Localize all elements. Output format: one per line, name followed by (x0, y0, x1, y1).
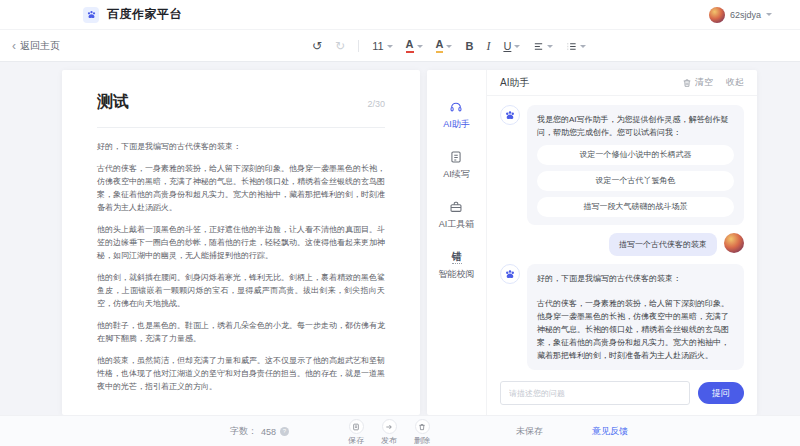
tab-ai-continue-writing[interactable]: AI续写 (443, 150, 470, 181)
collapse-panel-button[interactable]: 收起 (726, 76, 744, 89)
collapse-label: 收起 (726, 76, 744, 89)
tab-ai-toolbox[interactable]: AI工具箱 (439, 200, 475, 231)
undo-button[interactable]: ↺ (312, 40, 322, 52)
ai-reply-body: 古代的侠客，一身素雅的装扮，给人留下深刻的印象。他身穿一袭墨黑色的长袍，仿佛夜空… (537, 297, 734, 362)
toolbar-divider (358, 40, 359, 52)
username: 62sjdya (730, 10, 761, 20)
clear-chat-button[interactable]: 清空 (682, 76, 713, 89)
user-message: 描写一个古代侠客的装束 (500, 233, 744, 256)
menu-bar: ‹ 返回主页 ↺ ↻ 11 A A B I U (0, 30, 800, 62)
align-left-icon (533, 41, 544, 52)
ai-panel: AI助手 AI续写 AI工具箱 错 智能校阅 AI助手 (427, 70, 757, 415)
app-window: 百度作家平台 62sjdya ‹ 返回主页 ↺ ↻ 11 A A B I U (0, 0, 800, 446)
back-home-button[interactable]: ‹ 返回主页 (12, 39, 60, 53)
question-input[interactable] (500, 381, 690, 405)
save-document-icon (352, 423, 360, 431)
chevron-down-icon (580, 45, 586, 48)
highlight-color-button[interactable]: A (436, 39, 453, 53)
trash-icon (418, 423, 426, 431)
headset-icon (449, 100, 463, 114)
italic-icon: I (486, 39, 490, 54)
top-header: 百度作家平台 62sjdya (0, 0, 800, 30)
chevron-down-icon (387, 45, 393, 48)
list-button[interactable] (566, 41, 586, 52)
toolbox-icon (449, 200, 463, 214)
paragraph: 他的剑，就斜插在腰间。剑身闪烁着寒光，锋利无比。剑柄上，裹着精致的黑色鲨鱼皮，上… (97, 271, 385, 310)
word-count: 字数：458 ? (230, 416, 289, 446)
status-bar: 字数：458 ? 保存 发布 删除 未保存 意见反馈 (0, 415, 800, 446)
back-home-label: 返回主页 (20, 39, 60, 53)
document-title-row: 测试 2/30 (97, 92, 385, 113)
underline-icon: U (503, 40, 511, 52)
ai-message: 好的，下面是我编写的古代侠客的装束： 古代的侠客，一身素雅的装扮，给人留下深刻的… (500, 264, 744, 370)
ai-avatar-paw-icon (500, 105, 520, 125)
brand: 百度作家平台 (83, 6, 182, 23)
redo-icon: ↻ (335, 40, 345, 52)
paragraph: 古代的侠客，一身素雅的装扮，给人留下深刻的印象。他身穿一袭墨黑色的长袍，仿佛夜空… (97, 162, 385, 214)
publish-button[interactable]: 发布 (381, 419, 397, 446)
bold-icon: B (465, 40, 473, 52)
chat-actions: 清空 收起 (682, 76, 744, 89)
chat-header: AI助手 清空 收起 (487, 70, 757, 96)
tab-label: 智能校阅 (439, 268, 475, 281)
delete-button[interactable]: 删除 (414, 419, 430, 446)
publish-arrow-icon (385, 423, 393, 431)
ai-message-bubble: 好的，下面是我编写的古代侠客的装束： 古代的侠客，一身素雅的装扮，给人留下深刻的… (527, 264, 744, 370)
save-button[interactable]: 保存 (348, 419, 364, 446)
unsaved-status: 未保存 (516, 416, 543, 446)
document-title-input[interactable]: 测试 (97, 92, 129, 113)
list-icon (566, 41, 577, 52)
chat-input-row: 提问 (487, 375, 757, 415)
highlight-color-icon: A (436, 39, 444, 53)
font-size-select[interactable]: 11 (372, 40, 392, 52)
suggestion-chip[interactable]: 设定一个古代丫鬟角色 (537, 171, 734, 191)
align-button[interactable] (533, 41, 553, 52)
save-label: 保存 (348, 435, 364, 446)
format-toolbar: ↺ ↻ 11 A A B I U (312, 30, 586, 62)
bold-button[interactable]: B (465, 40, 473, 52)
feedback-link[interactable]: 意见反馈 (592, 416, 628, 446)
user-avatar (709, 7, 725, 23)
document-icon (449, 150, 463, 164)
undo-icon: ↺ (312, 40, 322, 52)
chevron-down-icon (417, 45, 423, 48)
suggestion-chip[interactable]: 设定一个修仙小说中的长柄武器 (537, 145, 734, 165)
ask-button[interactable]: 提问 (698, 382, 744, 404)
user-message-bubble: 描写一个古代侠客的装束 (609, 233, 717, 256)
redo-button[interactable]: ↻ (335, 40, 345, 52)
chevron-down-icon (766, 13, 772, 16)
ai-chat-panel: AI助手 清空 收起 (487, 70, 757, 415)
paragraph: 他的装束，虽然简洁，但却充满了力量和威严。这不仅显示了他的高超武艺和坚韧性格，也… (97, 354, 385, 393)
word-count-value: 458 (261, 427, 276, 437)
tab-ai-assistant[interactable]: AI助手 (443, 100, 470, 131)
word-count-label: 字数： (230, 425, 257, 438)
document-editor: 测试 2/30 好的，下面是我编写的古代侠客的装束： 古代的侠客，一身素雅的装扮… (62, 70, 420, 415)
tab-label: AI助手 (443, 118, 470, 131)
publish-label: 发布 (381, 435, 397, 446)
underline-button[interactable]: U (503, 40, 520, 52)
title-char-counter: 2/30 (367, 99, 385, 109)
chevron-left-icon: ‹ (12, 40, 16, 52)
ai-intro-text: 我是您的AI写作助手，为您提供创作灵感，解答创作疑问，帮助您完成创作。您可以试着… (537, 113, 734, 139)
ai-tab-strip: AI助手 AI续写 AI工具箱 错 智能校阅 (427, 70, 487, 415)
font-color-button[interactable]: A (406, 39, 423, 53)
delete-label: 删除 (414, 435, 430, 446)
clear-chat-label: 清空 (695, 76, 713, 89)
document-body-editable[interactable]: 好的，下面是我编写的古代侠客的装束： 古代的侠客，一身素雅的装扮，给人留下深刻的… (97, 140, 385, 393)
font-size-value: 11 (372, 40, 383, 52)
tab-smart-proofread[interactable]: 错 智能校阅 (439, 250, 475, 281)
user-menu[interactable]: 62sjdya (709, 7, 772, 23)
italic-button[interactable]: I (486, 39, 490, 54)
suggestion-chip[interactable]: 描写一段大气磅礴的战斗场景 (537, 197, 734, 217)
ai-avatar-paw-icon (500, 264, 520, 284)
chat-panel-title: AI助手 (500, 76, 529, 90)
ai-reply-intro: 好的，下面是我编写的古代侠客的装束： (537, 272, 734, 285)
user-chat-avatar (724, 233, 744, 253)
footer-actions: 保存 发布 删除 (348, 419, 430, 446)
chevron-down-icon (446, 45, 452, 48)
ai-message: 我是您的AI写作助手，为您提供创作灵感，解答创作疑问，帮助您完成创作。您可以试着… (500, 105, 744, 225)
proofread-icon: 错 (452, 250, 462, 264)
paragraph: 他的鞋子，也是黑色的。鞋面上，绣着几朵金色的小龙。每一步走动，都仿佛有龙在脚下翻… (97, 319, 385, 345)
title-divider (97, 127, 385, 128)
ai-message-bubble: 我是您的AI写作助手，为您提供创作灵感，解答创作疑问，帮助您完成创作。您可以试着… (527, 105, 744, 225)
